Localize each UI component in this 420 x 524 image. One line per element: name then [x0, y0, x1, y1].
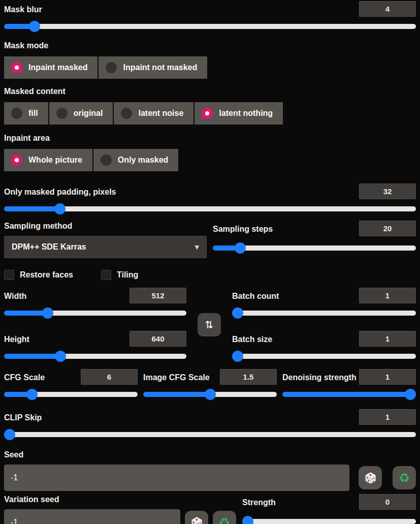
- radio-latent-nothing[interactable]: latent nothing: [195, 102, 283, 125]
- radio-label: Whole picture: [28, 156, 82, 165]
- batch-count-value[interactable]: 1: [359, 288, 416, 303]
- radio-label: latent nothing: [219, 109, 273, 118]
- width-value[interactable]: 512: [130, 288, 186, 303]
- image-cfg-scale-label: Image CFG Scale: [143, 372, 210, 383]
- sampling-method-field: Sampling method DPM++ SDE Karras ▼: [4, 221, 207, 258]
- variation-seed-input[interactable]: [4, 509, 180, 524]
- batch-count-slider[interactable]: [232, 307, 416, 319]
- sampling-steps-value[interactable]: 20: [359, 221, 416, 236]
- variation-strength-value[interactable]: 0: [359, 494, 416, 510]
- batch-count-label: Batch count: [232, 291, 279, 302]
- tiling-checkbox[interactable]: Tiling: [101, 269, 138, 281]
- denoising-strength-label: Denoising strength: [282, 372, 357, 383]
- radio-inpaint-masked[interactable]: Inpaint masked: [4, 56, 98, 79]
- clip-skip-value[interactable]: 1: [359, 409, 416, 425]
- radio-label: Only masked: [118, 156, 169, 165]
- batch-count-field: Batch count 1: [232, 288, 416, 319]
- variation-strength-field: Strength 0: [242, 494, 416, 524]
- dice-icon: [190, 516, 204, 524]
- sampling-method-value: DPM++ SDE Karras: [12, 242, 86, 252]
- height-value[interactable]: 640: [130, 331, 186, 347]
- cfg-scale-field: CFG Scale 6: [4, 369, 138, 400]
- denoising-strength-field: Denoising strength 1: [282, 369, 416, 400]
- reuse-seed-button[interactable]: ♻: [393, 466, 416, 489]
- variation-seed-field: Variation seed: [4, 494, 236, 524]
- radio-selected-icon: [11, 155, 22, 166]
- mask-mode-group: Inpaint masked Inpaint not masked: [4, 56, 416, 79]
- sampling-steps-label: Sampling steps: [213, 224, 273, 235]
- radio-selected-icon: [11, 62, 22, 73]
- mask-blur-header: Mask blur 4: [4, 1, 416, 17]
- masked-padding-slider[interactable]: [4, 203, 416, 214]
- batch-size-field: Batch size 1: [232, 331, 416, 362]
- masked-padding-header: Only masked padding, pixels 32: [4, 183, 416, 199]
- mask-mode-label: Mask mode: [4, 40, 48, 51]
- reuse-variation-seed-button[interactable]: ♻: [213, 511, 236, 524]
- height-slider[interactable]: [4, 351, 186, 362]
- sampling-method-label: Sampling method: [4, 221, 72, 232]
- width-label: Width: [4, 291, 26, 302]
- cfg-scale-value[interactable]: 6: [81, 369, 138, 385]
- random-variation-seed-button[interactable]: [185, 511, 208, 524]
- height-field: Height 640: [4, 331, 186, 362]
- clip-skip-header: CLIP Skip 1: [4, 409, 416, 425]
- sampling-steps-field: Sampling steps 20: [213, 221, 416, 254]
- clip-skip-slider[interactable]: [4, 429, 416, 440]
- random-seed-button[interactable]: [359, 466, 382, 489]
- restore-faces-label: Restore faces: [20, 269, 73, 281]
- width-field: Width 512: [4, 288, 186, 319]
- swap-dimensions-button[interactable]: ⇅: [198, 313, 221, 336]
- seed-label: Seed: [4, 449, 23, 460]
- tiling-label: Tiling: [117, 269, 138, 281]
- masked-content-label: Masked content: [4, 86, 66, 97]
- cfg-scale-label: CFG Scale: [4, 372, 45, 383]
- radio-unselected-icon: [11, 108, 22, 119]
- seed-row: ♻: [4, 465, 416, 491]
- batch-size-value[interactable]: 1: [359, 331, 416, 347]
- swap-icon: ⇅: [205, 319, 214, 331]
- sampling-steps-slider[interactable]: [213, 242, 416, 254]
- height-label: Height: [4, 334, 29, 345]
- inpaint-settings-panel: Mask blur 4 Mask mode Inpaint masked Inp…: [0, 0, 420, 524]
- clip-skip-label: CLIP Skip: [4, 412, 42, 423]
- checkbox-icon: [101, 270, 111, 280]
- inpaint-area-label: Inpaint area: [4, 133, 50, 144]
- mask-blur-label: Mask blur: [4, 4, 42, 15]
- restore-faces-checkbox[interactable]: Restore faces: [4, 269, 73, 281]
- mask-blur-value[interactable]: 4: [359, 1, 416, 17]
- radio-fill[interactable]: fill: [4, 102, 48, 125]
- radio-only-masked[interactable]: Only masked: [93, 149, 179, 171]
- chevron-down-icon: ▼: [195, 244, 199, 251]
- seed-input[interactable]: [4, 465, 349, 491]
- image-cfg-scale-field: Image CFG Scale 1.5: [143, 369, 277, 400]
- radio-original[interactable]: original: [49, 102, 113, 125]
- masked-content-group: fill original latent noise latent nothin…: [4, 102, 416, 125]
- dice-icon: [364, 471, 377, 485]
- masked-padding-value[interactable]: 32: [359, 183, 416, 199]
- inpaint-area-group: Whole picture Only masked: [4, 149, 416, 171]
- mask-blur-slider[interactable]: [4, 21, 416, 32]
- radio-label: Inpaint masked: [28, 63, 87, 72]
- masked-padding-label: Only masked padding, pixels: [4, 187, 116, 198]
- radio-whole-picture[interactable]: Whole picture: [4, 149, 92, 171]
- radio-inpaint-not-masked[interactable]: Inpaint not masked: [99, 56, 207, 79]
- sampling-method-dropdown[interactable]: DPM++ SDE Karras ▼: [4, 236, 207, 258]
- denoising-strength-value[interactable]: 1: [359, 369, 416, 385]
- image-cfg-scale-value[interactable]: 1.5: [220, 369, 277, 385]
- image-cfg-scale-slider[interactable]: [143, 389, 277, 400]
- batch-size-slider[interactable]: [232, 351, 416, 362]
- radio-label: latent noise: [138, 109, 183, 118]
- width-slider[interactable]: [4, 307, 186, 319]
- radio-label: original: [74, 109, 103, 118]
- radio-label: Inpaint not masked: [123, 63, 197, 72]
- recycle-icon: ♻: [219, 516, 230, 524]
- radio-selected-icon: [202, 108, 213, 119]
- radio-unselected-icon: [56, 108, 68, 119]
- radio-latent-noise[interactable]: latent noise: [114, 102, 193, 125]
- cfg-scale-slider[interactable]: [4, 389, 138, 400]
- variation-seed-label: Variation seed: [4, 494, 59, 505]
- radio-label: fill: [28, 109, 38, 118]
- variation-strength-slider[interactable]: [242, 516, 416, 524]
- batch-size-label: Batch size: [232, 334, 272, 345]
- denoising-strength-slider[interactable]: [282, 389, 416, 400]
